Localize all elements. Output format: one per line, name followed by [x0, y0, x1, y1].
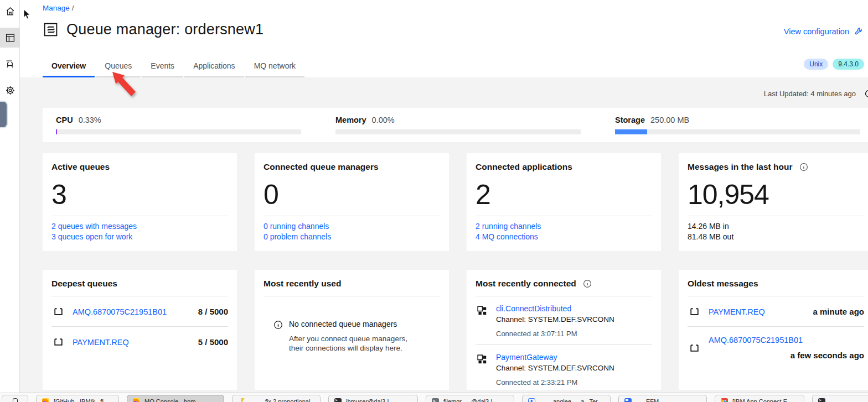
taskbar-window-terminal-2[interactable] [812, 395, 868, 402]
application-link[interactable]: PaymentGateway [496, 353, 557, 362]
problem-channels-link[interactable]: 0 problem channels [264, 232, 440, 242]
taskbar-window-github[interactable]: [GitHub - IBM/k...fl... [36, 395, 119, 402]
empty-state-title: No connected queue managers [289, 320, 414, 328]
mouse-cursor [23, 9, 31, 20]
queue-manager-icon[interactable] [0, 54, 20, 74]
connected-at-text: Connected at 3:07:11 PM [496, 330, 614, 338]
oldest-message-row: PAYMENT.REQ a minute ago [688, 296, 864, 327]
card-connected-queue-managers: Connected queue managers 0 0 running cha… [255, 153, 449, 251]
channel-text: Channel: SYSTEM.DEF.SVRCONN [496, 364, 614, 372]
dashboard-icon[interactable] [0, 28, 20, 48]
connected-qm-count: 0 [264, 179, 440, 211]
card-connected-applications: Connected applications 2 2 running chann… [467, 153, 661, 251]
messages-count: 10,954 [688, 179, 864, 211]
cpu-progress-bar [56, 129, 301, 134]
queue-link[interactable]: AMQ.6870075C21951B01 [73, 307, 167, 316]
storage-progress-bar [615, 129, 860, 134]
queue-icon [53, 336, 64, 348]
card-title: Active queues [51, 162, 228, 172]
terminal-icon [818, 398, 825, 402]
view-configuration[interactable]: View configuration [784, 27, 864, 36]
last-updated-text: Last Updated: 4 minutes ago [764, 90, 856, 98]
mq-connections-link[interactable]: 4 MQ connections [476, 232, 652, 242]
terminal-icon [334, 398, 342, 402]
view-configuration-label[interactable]: View configuration [784, 27, 849, 36]
taskbar-window-filemgr[interactable]: filemgr — @dal3-l... [426, 395, 514, 402]
refresh-icon[interactable] [864, 89, 868, 98]
floating-panel-edge [0, 101, 8, 128]
app-running-channels-link[interactable]: 2 running channels [476, 221, 652, 232]
taskbar-window-anglee-terminal[interactable]: anglee — a...Ter... [522, 395, 611, 402]
taskbar-show-desktop-button[interactable] [2, 395, 28, 402]
queue-depth: 5 / 5000 [198, 337, 228, 347]
platform-tag: Unix [804, 59, 828, 70]
metric-label: Memory [335, 116, 366, 124]
metric-storage: Storage250.00 MB [615, 116, 868, 134]
card-title: Deepest queues [51, 279, 228, 289]
mb-out-stat: 81.48 MB out [688, 232, 864, 242]
metric-cpu: CPU0.33% [56, 116, 309, 134]
queue-link[interactable]: AMQ.6870075C21951B01 [709, 336, 864, 344]
queues-open-for-work-link[interactable]: 3 queues open for work [51, 232, 228, 242]
metric-value: 0.00% [372, 116, 395, 124]
tab-mq-network[interactable]: MQ network [245, 55, 304, 77]
breadcrumb: Manage/ [43, 4, 74, 12]
taskbar-window-efm[interactable]: EFM... [618, 395, 707, 402]
person-icon [528, 398, 535, 402]
tab-bar: Overview Queues Events Applications MQ n… [43, 55, 304, 77]
overview-panel: Last Updated: 4 minutes ago CPU0.33% Mem… [20, 77, 868, 393]
active-queues-count: 3 [51, 179, 228, 211]
queue-depth: 8 / 5000 [198, 307, 228, 316]
left-nav-rail [0, 0, 20, 402]
info-icon[interactable] [799, 163, 808, 171]
card-title: Connected applications [476, 162, 652, 172]
running-channels-link[interactable]: 0 running channels [264, 221, 440, 232]
home-icon[interactable] [0, 1, 20, 21]
card-title: Connected queue managers [264, 162, 440, 172]
version-tag: 9.4.3.0 [833, 59, 864, 70]
metric-label: Storage [615, 116, 645, 124]
tab-overview[interactable]: Overview [43, 55, 95, 77]
info-icon [273, 320, 283, 330]
red-annotation-arrow [106, 67, 140, 101]
card-title: Messages in the last hour [688, 162, 793, 172]
tab-applications[interactable]: Applications [184, 55, 244, 77]
queue-link[interactable]: PAYMENT.REQ [709, 307, 765, 316]
card-most-recently-used: Most recently used No connected queue ma… [255, 270, 449, 390]
lightning-icon [238, 398, 245, 402]
queue-manager-title-icon [43, 22, 59, 38]
taskbar-window-app-connect[interactable]: [IBM App Connect E... [715, 395, 804, 402]
empty-state: No connected queue managers After you co… [264, 320, 440, 353]
page-title: Queue manager: ordersnew1 [66, 21, 264, 38]
empty-state-body: After you connect queue managers, their … [289, 334, 414, 353]
firefox-icon [133, 398, 140, 402]
connected-app-entry: PaymentGateway Channel: SYSTEM.DEF.SVRCO… [476, 345, 652, 390]
memory-progress-bar [335, 129, 581, 134]
card-oldest-messages: Oldest messages PAYMENT.REQ a minute ago… [679, 270, 868, 390]
breadcrumb-manage-link[interactable]: Manage [43, 4, 70, 12]
channel-text: Channel: SYSTEM.DEF.SVRCONN [496, 315, 614, 323]
terminal-icon [432, 398, 439, 402]
resource-metrics-band: CPU0.33% Memory0.00% Storage250.00 MB [43, 108, 868, 142]
taskbar-window-mq-console[interactable]: MQ Console - hom... [127, 395, 224, 402]
metric-value: 0.33% [79, 116, 101, 124]
queue-link[interactable]: PAYMENT.REQ [73, 338, 129, 347]
card-most-recently-connected: Most recently connected cli.ConnectDistr… [467, 270, 661, 390]
card-title: Oldest messages [688, 279, 864, 289]
metric-value: 250.00 MB [650, 116, 689, 124]
card-title: Most recently connected [476, 279, 576, 289]
queue-icon [53, 305, 64, 318]
settings-icon[interactable] [0, 80, 20, 100]
queue-icon [689, 342, 700, 354]
metric-label: CPU [56, 116, 73, 124]
deepest-queue-row: PAYMENT.REQ 5 / 5000 [51, 327, 228, 357]
phone-icon [13, 398, 18, 402]
tab-events[interactable]: Events [142, 55, 183, 77]
queues-with-messages-link[interactable]: 2 queues with messages [51, 221, 228, 232]
taskbar-window-terminal-1[interactable]: ibmuser@dal3-l... [328, 395, 418, 402]
application-link[interactable]: cli.ConnectDistributed [496, 304, 571, 313]
info-icon[interactable] [583, 279, 592, 288]
card-active-queues: Active queues 3 2 queues with messages 3… [43, 153, 237, 251]
taskbar-window-editor[interactable]: fix 2 proportional... [232, 395, 321, 402]
connected-apps-count: 2 [476, 179, 652, 211]
